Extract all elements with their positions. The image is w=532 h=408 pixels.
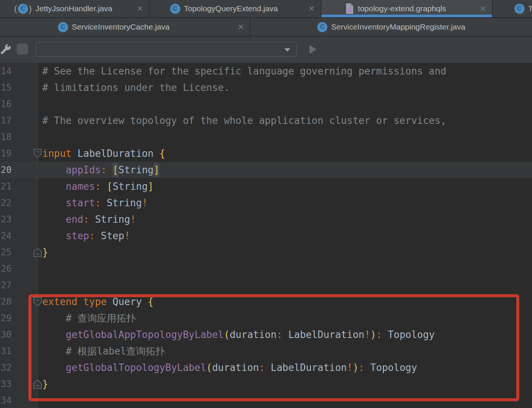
code-text: # The overview topology of the whole app… (37, 112, 446, 129)
tab-label: TopologyQueryExtend.java (184, 4, 278, 13)
java-class-icon: C (58, 22, 68, 32)
line-number[interactable]: 16 (0, 96, 37, 112)
tab-serviceinventorymappingregister[interactable]: C ServiceInventoryMappingRegister.java (251, 18, 532, 36)
code-line[interactable]: 27 (0, 277, 532, 293)
line-number[interactable]: 29 (0, 310, 37, 326)
ide-window: (C) JettyJsonHandler.java ✕ C TopologyQu… (0, 0, 532, 408)
close-icon[interactable]: ✕ (238, 23, 244, 31)
code-text (37, 261, 42, 277)
code-line[interactable]: 15# limitations under the License. (0, 79, 532, 96)
line-number[interactable]: 23 (0, 211, 37, 228)
code-line[interactable]: 25} (0, 244, 532, 261)
line-number[interactable]: 14 (0, 63, 37, 79)
code-line[interactable]: 16 (0, 96, 532, 112)
code-line[interactable]: 28extend type Query { (0, 293, 532, 310)
code-line[interactable]: 20 appIds: [String] (0, 162, 532, 178)
code-lines: 14# See the License for the specific lan… (0, 63, 532, 408)
code-line[interactable]: 18 (0, 129, 532, 145)
java-class-parens-icon: (C) (14, 3, 32, 14)
code-text: getGlobalTopologyByLabel(duration: Label… (37, 359, 417, 376)
line-number[interactable]: 21 (0, 178, 37, 195)
code-text: input LabelDuration { (37, 145, 165, 162)
line-number[interactable]: 26 (0, 261, 37, 277)
line-number[interactable]: 17 (0, 112, 37, 129)
line-number[interactable]: 18 (0, 129, 37, 145)
code-line[interactable]: 29 # 查询应用拓扑 (0, 310, 532, 326)
code-line[interactable]: 32 getGlobalTopologyByLabel(duration: La… (0, 359, 532, 376)
close-icon[interactable]: ✕ (308, 5, 315, 12)
code-line[interactable]: 19input LabelDuration { (0, 145, 532, 162)
code-line[interactable]: 23 end: String! (0, 211, 532, 228)
code-line[interactable]: 22 start: String! (0, 195, 532, 211)
line-number[interactable]: 25 (0, 244, 37, 261)
code-text: extend type Query { (37, 293, 153, 310)
code-editor[interactable]: 14# See the License for the specific lan… (0, 63, 532, 408)
run-icon[interactable] (309, 45, 317, 54)
line-number[interactable]: 15 (0, 79, 37, 96)
code-text: end: String! (37, 211, 136, 228)
tab-label: ServiceInventoryMappingRegister.java (331, 22, 465, 31)
tab-serviceinventorycache[interactable]: C ServiceInventoryCache.java ✕ (0, 18, 251, 36)
code-text: getGlobalAppTopologyByLabel(duration: La… (37, 326, 435, 343)
java-class-icon: C (514, 4, 525, 14)
java-class-icon: C (317, 22, 327, 32)
code-line[interactable]: 34 (0, 392, 532, 408)
code-text (37, 129, 42, 145)
line-number[interactable]: 24 (0, 228, 37, 244)
tab-label: JettyJsonHandler.java (36, 4, 112, 13)
line-number[interactable]: 27 (0, 277, 37, 293)
java-class-icon: C (170, 4, 180, 14)
tab-partial-right[interactable]: C T (493, 0, 532, 17)
code-text: appIds: [String] (37, 162, 159, 178)
line-number[interactable]: 30 (0, 326, 37, 343)
code-line[interactable]: 31 # 根据label查询拓扑 (0, 343, 532, 359)
code-line[interactable]: 33} (0, 376, 532, 392)
toolbar-square-button[interactable] (17, 43, 28, 55)
close-icon[interactable]: ✕ (137, 5, 143, 12)
tab-label: ServiceInventoryCache.java (72, 22, 169, 31)
close-icon[interactable]: ✕ (480, 5, 486, 12)
code-line[interactable]: 24 step: Step! (0, 228, 532, 244)
tab-topology-extend-graphqls[interactable]: topology-extend.graphqls ✕ (321, 0, 493, 17)
tab-jettyjsonhandler[interactable]: (C) JettyJsonHandler.java ✕ (0, 0, 150, 17)
code-text (37, 277, 42, 293)
code-text: # 查询应用拓扑 (37, 310, 136, 326)
code-line[interactable]: 30 getGlobalAppTopologyByLabel(duration:… (0, 326, 532, 343)
code-line[interactable]: 17# The overview topology of the whole a… (0, 112, 532, 129)
tab-label: T (528, 4, 532, 13)
tab-label: topology-extend.graphqls (358, 4, 446, 13)
code-text: # limitations under the License. (37, 79, 230, 96)
line-number[interactable]: 32 (0, 359, 37, 376)
gutter-separator (37, 63, 38, 408)
line-number[interactable]: 19 (0, 145, 37, 162)
code-text: # See the License for the specific langu… (37, 63, 446, 79)
graphql-file-icon (345, 3, 354, 14)
line-number[interactable]: 34 (0, 392, 37, 408)
editor-tab-bar-row1: (C) JettyJsonHandler.java ✕ C TopologyQu… (0, 0, 532, 18)
dropdown-arrow-icon[interactable] (284, 48, 290, 52)
tab-topologyqueryextend[interactable]: C TopologyQueryExtend.java ✕ (150, 0, 321, 17)
code-line[interactable]: 14# See the License for the specific lan… (0, 63, 532, 79)
active-tab-indicator (321, 15, 492, 17)
editor-tab-bar-row2: C ServiceInventoryCache.java ✕ C Service… (0, 18, 532, 37)
code-text: start: String! (37, 195, 148, 211)
code-text: # 根据label查询拓扑 (37, 343, 165, 359)
wrench-icon[interactable] (0, 43, 12, 56)
line-number[interactable]: 28 (0, 293, 37, 310)
run-configuration-select[interactable] (36, 42, 297, 57)
code-line[interactable]: 26 (0, 261, 532, 277)
code-text (37, 392, 42, 408)
line-number[interactable]: 22 (0, 195, 37, 211)
code-text: step: Step! (37, 228, 130, 244)
code-line[interactable]: 21 names: [String] (0, 178, 532, 195)
line-number[interactable]: 20 (0, 162, 37, 178)
code-text: names: [String] (37, 178, 153, 195)
run-toolbar (0, 37, 532, 63)
code-text (37, 96, 42, 112)
line-number[interactable]: 33 (0, 376, 37, 392)
line-number[interactable]: 31 (0, 343, 37, 359)
